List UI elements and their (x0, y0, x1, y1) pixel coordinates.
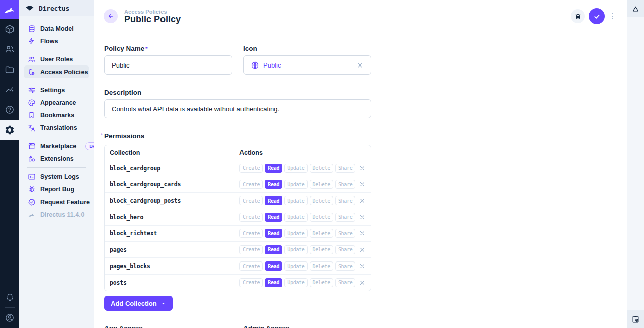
chip-delete[interactable]: Delete (310, 164, 333, 173)
project-logo-icon (25, 5, 34, 12)
directus-logo[interactable] (0, 0, 19, 19)
globe-icon (251, 61, 259, 70)
chip-share[interactable]: Share (335, 261, 356, 271)
save-button[interactable] (589, 8, 605, 24)
rabbit-small-icon (27, 210, 36, 219)
chip-delete[interactable]: Delete (310, 180, 333, 189)
chip-read[interactable]: Read (265, 196, 282, 205)
chip-create[interactable]: Create (239, 229, 263, 238)
sidebar-item-bookmarks[interactable]: Bookmarks (19, 109, 94, 121)
chip-read[interactable]: Read (265, 278, 282, 287)
chip-read[interactable]: Read (265, 180, 282, 189)
chip-update[interactable]: Update (284, 261, 307, 271)
chip-update[interactable]: Update (284, 180, 307, 189)
chip-share[interactable]: Share (335, 213, 356, 222)
chip-delete[interactable]: Delete (310, 213, 333, 222)
policy-form: Policy Name* Icon Public Description (94, 32, 382, 328)
chip-read[interactable]: Read (265, 229, 282, 238)
permissions-table: Collection Actions block_cardgroup Creat… (104, 145, 371, 291)
remove-row-icon[interactable] (359, 181, 366, 188)
chip-delete[interactable]: Delete (310, 245, 333, 254)
delete-button[interactable] (571, 9, 585, 23)
account-icon (5, 313, 15, 323)
module-settings[interactable] (0, 120, 19, 140)
remove-row-icon[interactable] (359, 230, 366, 237)
sidebar-item-data-model[interactable]: Data Model (19, 22, 94, 35)
chip-delete[interactable]: Delete (310, 278, 333, 287)
remove-row-icon[interactable] (359, 214, 366, 221)
remove-row-icon[interactable] (359, 279, 366, 286)
permissions-section: *Permissions Collection Actions block_ca… (104, 133, 382, 311)
module-insights[interactable] (0, 80, 19, 100)
sidebar-item-system-logs[interactable]: System Logs (19, 170, 94, 183)
policy-name-input[interactable] (104, 55, 232, 75)
more-options-button[interactable] (609, 9, 617, 23)
remove-row-icon[interactable] (359, 165, 366, 172)
chip-read[interactable]: Read (265, 164, 282, 173)
chip-share[interactable]: Share (335, 164, 356, 173)
sidebar-item-extensions[interactable]: Extensions (19, 152, 94, 165)
chip-update[interactable]: Update (284, 213, 307, 222)
sidebar-item-label: Access Policies (40, 69, 88, 76)
module-help[interactable] (0, 100, 19, 120)
action-chips: CreateReadUpdateDeleteShare (239, 278, 355, 287)
notifications-button[interactable] (0, 287, 19, 307)
module-users[interactable] (0, 39, 19, 59)
remove-row-icon[interactable] (359, 197, 366, 204)
sidebar-item-marketplace[interactable]: Marketplace Beta (19, 140, 94, 152)
chip-create[interactable]: Create (239, 196, 263, 205)
chip-update[interactable]: Update (284, 229, 307, 238)
shapes-icon (27, 154, 36, 163)
chip-create[interactable]: Create (239, 180, 263, 189)
collection-name: block_cardgroup_cards (110, 181, 239, 188)
chip-read[interactable]: Read (265, 245, 282, 254)
chip-delete[interactable]: Delete (310, 196, 333, 205)
sidebar-item-request-feature[interactable]: Request Feature (19, 195, 94, 208)
chip-delete[interactable]: Delete (310, 261, 333, 271)
module-content[interactable] (0, 19, 19, 39)
chip-delete[interactable]: Delete (310, 229, 333, 238)
chip-update[interactable]: Update (284, 164, 307, 173)
title-block: Access Policies Public Policy (124, 9, 181, 24)
chip-share[interactable]: Share (335, 245, 356, 254)
sidebar-item-report-bug[interactable]: Report Bug (19, 183, 94, 195)
back-button[interactable] (104, 9, 118, 23)
module-files[interactable] (0, 59, 19, 80)
chip-share[interactable]: Share (335, 229, 356, 238)
sidebar-item-flows[interactable]: Flows (19, 35, 94, 47)
sidebar-item-access-policies[interactable]: Access Policies (24, 65, 89, 78)
sidebar-item-appearance[interactable]: Appearance (19, 96, 94, 109)
chip-create[interactable]: Create (239, 213, 263, 222)
chip-share[interactable]: Share (335, 278, 356, 287)
sidebar-accordion-button[interactable] (627, 0, 644, 17)
remove-row-icon[interactable] (359, 246, 366, 253)
chip-create[interactable]: Create (239, 245, 263, 254)
nav-list: Data Model Flows User Roles Access Polic… (19, 16, 94, 221)
remove-row-icon[interactable] (359, 263, 366, 270)
nav-divider (27, 167, 86, 168)
chip-share[interactable]: Share (335, 180, 356, 189)
chip-create[interactable]: Create (239, 278, 263, 287)
sidebar-item-user-roles[interactable]: User Roles (19, 53, 94, 65)
chip-read[interactable]: Read (265, 261, 282, 271)
description-input[interactable] (104, 99, 371, 118)
chip-update[interactable]: Update (284, 278, 307, 287)
access-toggles: App Access Admin Access (104, 325, 382, 328)
chip-share[interactable]: Share (335, 196, 356, 205)
sidebar-item-label: Bookmarks (40, 112, 74, 119)
action-chips: CreateReadUpdateDeleteShare (239, 196, 355, 205)
revisions-button[interactable] (627, 310, 644, 328)
chip-read[interactable]: Read (265, 213, 282, 222)
clear-icon[interactable] (356, 61, 364, 69)
breadcrumb[interactable]: Access Policies (124, 9, 181, 15)
sidebar-item-settings[interactable]: Settings (19, 84, 94, 96)
sidebar-item-translations[interactable]: Translations (19, 121, 94, 134)
project-header[interactable]: Directus (19, 0, 94, 16)
chip-update[interactable]: Update (284, 196, 307, 205)
chip-create[interactable]: Create (239, 261, 263, 271)
chip-update[interactable]: Update (284, 245, 307, 254)
chip-create[interactable]: Create (239, 164, 263, 173)
account-button[interactable] (0, 308, 19, 328)
icon-select[interactable]: Public (243, 55, 371, 75)
add-collection-button[interactable]: Add Collection (104, 296, 173, 311)
